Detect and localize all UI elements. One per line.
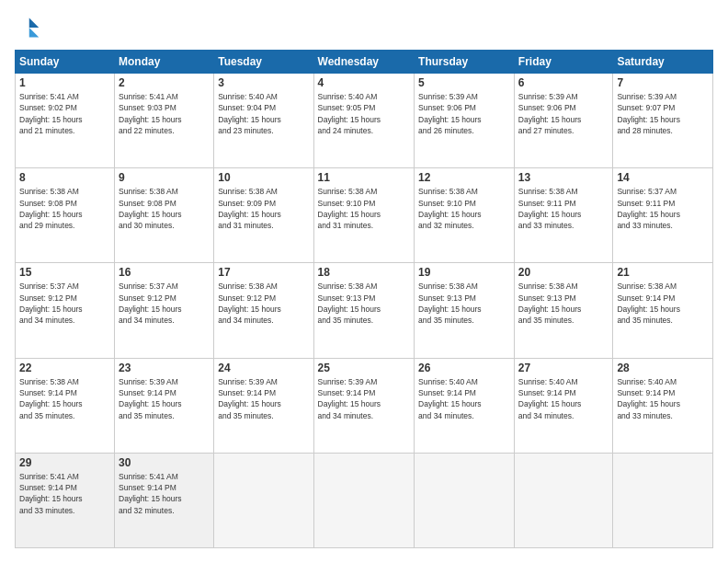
- day-cell: 4Sunrise: 5:40 AM Sunset: 9:05 PM Daylig…: [313, 74, 415, 168]
- day-cell: [214, 453, 313, 547]
- day-number: 22: [19, 362, 110, 374]
- day-number: 30: [119, 456, 210, 469]
- day-cell: [415, 453, 515, 547]
- week-row-1: 1Sunrise: 5:41 AM Sunset: 9:02 PM Daylig…: [16, 74, 713, 168]
- day-number: 7: [617, 76, 709, 89]
- day-number: 16: [119, 266, 210, 279]
- day-number: 28: [617, 362, 709, 374]
- day-number: 21: [617, 266, 709, 279]
- day-info: Sunrise: 5:38 AM Sunset: 9:13 PM Dayligh…: [518, 281, 609, 326]
- day-info: Sunrise: 5:40 AM Sunset: 9:05 PM Dayligh…: [318, 91, 411, 136]
- day-cell: 18Sunrise: 5:38 AM Sunset: 9:13 PM Dayli…: [313, 263, 415, 358]
- day-cell: 22Sunrise: 5:38 AM Sunset: 9:14 PM Dayli…: [16, 358, 115, 453]
- day-info: Sunrise: 5:41 AM Sunset: 9:14 PM Dayligh…: [19, 471, 110, 516]
- day-info: Sunrise: 5:38 AM Sunset: 9:08 PM Dayligh…: [119, 186, 210, 231]
- day-info: Sunrise: 5:38 AM Sunset: 9:10 PM Dayligh…: [418, 186, 510, 231]
- weekday-sunday: Sunday: [16, 51, 115, 74]
- day-number: 23: [119, 362, 210, 374]
- day-number: 2: [119, 76, 210, 89]
- weekday-header-row: SundayMondayTuesdayWednesdayThursdayFrid…: [16, 51, 713, 74]
- day-cell: 28Sunrise: 5:40 AM Sunset: 9:14 PM Dayli…: [613, 358, 713, 453]
- day-number: 5: [418, 76, 510, 89]
- day-cell: 23Sunrise: 5:39 AM Sunset: 9:14 PM Dayli…: [115, 358, 214, 453]
- day-cell: [514, 453, 613, 547]
- day-cell: 7Sunrise: 5:39 AM Sunset: 9:07 PM Daylig…: [613, 74, 713, 168]
- day-info: Sunrise: 5:39 AM Sunset: 9:07 PM Dayligh…: [617, 91, 709, 136]
- day-number: 3: [218, 76, 309, 89]
- day-number: 25: [318, 362, 411, 374]
- day-info: Sunrise: 5:40 AM Sunset: 9:14 PM Dayligh…: [617, 376, 709, 421]
- day-cell: 11Sunrise: 5:38 AM Sunset: 9:10 PM Dayli…: [313, 168, 415, 263]
- day-info: Sunrise: 5:40 AM Sunset: 9:14 PM Dayligh…: [418, 376, 510, 421]
- day-number: 1: [19, 76, 110, 89]
- weekday-saturday: Saturday: [613, 51, 713, 74]
- day-info: Sunrise: 5:38 AM Sunset: 9:09 PM Dayligh…: [218, 186, 309, 231]
- day-cell: 6Sunrise: 5:39 AM Sunset: 9:06 PM Daylig…: [514, 74, 613, 168]
- week-row-3: 15Sunrise: 5:37 AM Sunset: 9:12 PM Dayli…: [16, 263, 713, 358]
- day-cell: 13Sunrise: 5:38 AM Sunset: 9:11 PM Dayli…: [514, 168, 613, 263]
- day-info: Sunrise: 5:38 AM Sunset: 9:10 PM Dayligh…: [318, 186, 411, 231]
- week-row-2: 8Sunrise: 5:38 AM Sunset: 9:08 PM Daylig…: [16, 168, 713, 263]
- day-cell: 27Sunrise: 5:40 AM Sunset: 9:14 PM Dayli…: [514, 358, 613, 453]
- day-cell: [613, 453, 713, 547]
- day-info: Sunrise: 5:39 AM Sunset: 9:14 PM Dayligh…: [218, 376, 309, 421]
- day-info: Sunrise: 5:40 AM Sunset: 9:14 PM Dayligh…: [518, 376, 609, 421]
- day-cell: 26Sunrise: 5:40 AM Sunset: 9:14 PM Dayli…: [415, 358, 515, 453]
- day-info: Sunrise: 5:39 AM Sunset: 9:06 PM Dayligh…: [418, 91, 510, 136]
- calendar-table: SundayMondayTuesdayWednesdayThursdayFrid…: [15, 50, 713, 548]
- day-cell: 21Sunrise: 5:38 AM Sunset: 9:14 PM Dayli…: [613, 263, 713, 358]
- weekday-wednesday: Wednesday: [313, 51, 415, 74]
- day-cell: 1Sunrise: 5:41 AM Sunset: 9:02 PM Daylig…: [16, 74, 115, 168]
- day-info: Sunrise: 5:38 AM Sunset: 9:14 PM Dayligh…: [617, 281, 709, 326]
- day-info: Sunrise: 5:38 AM Sunset: 9:12 PM Dayligh…: [218, 281, 309, 326]
- day-number: 9: [119, 171, 210, 184]
- day-number: 19: [418, 266, 510, 279]
- page: SundayMondayTuesdayWednesdayThursdayFrid…: [0, 0, 728, 563]
- weekday-thursday: Thursday: [415, 51, 515, 74]
- day-info: Sunrise: 5:38 AM Sunset: 9:11 PM Dayligh…: [518, 186, 609, 231]
- day-info: Sunrise: 5:38 AM Sunset: 9:14 PM Dayligh…: [19, 376, 110, 421]
- weekday-tuesday: Tuesday: [214, 51, 313, 74]
- day-info: Sunrise: 5:39 AM Sunset: 9:14 PM Dayligh…: [119, 376, 210, 421]
- day-info: Sunrise: 5:41 AM Sunset: 9:02 PM Dayligh…: [19, 91, 110, 136]
- day-number: 11: [318, 171, 411, 184]
- day-cell: 17Sunrise: 5:38 AM Sunset: 9:12 PM Dayli…: [214, 263, 313, 358]
- week-row-5: 29Sunrise: 5:41 AM Sunset: 9:14 PM Dayli…: [16, 453, 713, 547]
- logo: [15, 15, 44, 40]
- day-number: 8: [19, 171, 110, 184]
- day-number: 4: [318, 76, 411, 89]
- day-cell: 16Sunrise: 5:37 AM Sunset: 9:12 PM Dayli…: [115, 263, 214, 358]
- day-number: 10: [218, 171, 309, 184]
- day-info: Sunrise: 5:39 AM Sunset: 9:14 PM Dayligh…: [318, 376, 411, 421]
- day-info: Sunrise: 5:38 AM Sunset: 9:08 PM Dayligh…: [19, 186, 110, 231]
- day-info: Sunrise: 5:37 AM Sunset: 9:12 PM Dayligh…: [19, 281, 110, 326]
- day-number: 12: [418, 171, 510, 184]
- day-number: 24: [218, 362, 309, 374]
- week-row-4: 22Sunrise: 5:38 AM Sunset: 9:14 PM Dayli…: [16, 358, 713, 453]
- svg-marker-1: [29, 28, 40, 38]
- day-cell: [313, 453, 415, 547]
- day-number: 6: [518, 76, 609, 89]
- day-cell: 30Sunrise: 5:41 AM Sunset: 9:14 PM Dayli…: [115, 453, 214, 547]
- day-number: 20: [518, 266, 609, 279]
- day-number: 17: [218, 266, 309, 279]
- day-info: Sunrise: 5:41 AM Sunset: 9:14 PM Dayligh…: [119, 471, 210, 516]
- day-cell: 14Sunrise: 5:37 AM Sunset: 9:11 PM Dayli…: [613, 168, 713, 263]
- day-number: 13: [518, 171, 609, 184]
- day-info: Sunrise: 5:41 AM Sunset: 9:03 PM Dayligh…: [119, 91, 210, 136]
- day-cell: 10Sunrise: 5:38 AM Sunset: 9:09 PM Dayli…: [214, 168, 313, 263]
- day-cell: 24Sunrise: 5:39 AM Sunset: 9:14 PM Dayli…: [214, 358, 313, 453]
- day-number: 15: [19, 266, 110, 279]
- day-cell: 2Sunrise: 5:41 AM Sunset: 9:03 PM Daylig…: [115, 74, 214, 168]
- day-number: 27: [518, 362, 609, 374]
- day-info: Sunrise: 5:38 AM Sunset: 9:13 PM Dayligh…: [318, 281, 411, 326]
- day-cell: 8Sunrise: 5:38 AM Sunset: 9:08 PM Daylig…: [16, 168, 115, 263]
- day-info: Sunrise: 5:39 AM Sunset: 9:06 PM Dayligh…: [518, 91, 609, 136]
- header: [15, 15, 713, 40]
- day-cell: 9Sunrise: 5:38 AM Sunset: 9:08 PM Daylig…: [115, 168, 214, 263]
- day-info: Sunrise: 5:38 AM Sunset: 9:13 PM Dayligh…: [418, 281, 510, 326]
- day-info: Sunrise: 5:37 AM Sunset: 9:11 PM Dayligh…: [617, 186, 709, 231]
- day-number: 29: [19, 456, 110, 469]
- day-number: 18: [318, 266, 411, 279]
- day-number: 26: [418, 362, 510, 374]
